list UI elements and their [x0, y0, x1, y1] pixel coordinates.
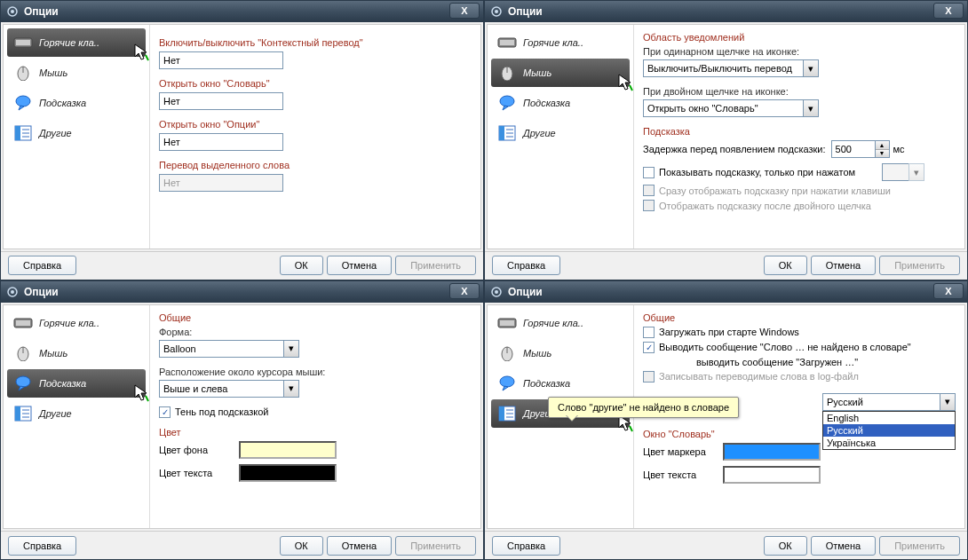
svg-point-1	[11, 10, 14, 13]
hotkey-toggle-input[interactable]	[159, 51, 283, 69]
help-button[interactable]: Справка	[492, 536, 560, 556]
lang-combo[interactable]: ▾ English Русский Українська	[822, 393, 956, 411]
svg-rect-15	[500, 40, 514, 45]
ok-button[interactable]: ОК	[280, 256, 323, 275]
apply-button[interactable]: Применить	[879, 536, 960, 556]
sidebar-item-hint[interactable]: Подсказка	[7, 89, 146, 117]
check-label: Отображать подсказку после двойного щелч…	[659, 201, 871, 211]
text-color-swatch[interactable]	[723, 466, 821, 484]
hotkey-options-input[interactable]	[159, 133, 283, 151]
sidebar-label: Подсказка	[523, 98, 570, 108]
sidebar-item-hint[interactable]: Подсказка	[491, 369, 630, 398]
sidebar-item-other[interactable]: Другие	[7, 399, 146, 428]
footer: Справка ОК Отмена Применить	[1, 251, 483, 280]
chevron-down-icon[interactable]: ▾	[283, 340, 299, 358]
sidebar-item-hotkeys[interactable]: Горячие кла..	[7, 28, 146, 57]
check-label: Тень под подсказкой	[175, 406, 268, 417]
titlebar[interactable]: Опции X	[485, 281, 967, 303]
position-combo[interactable]: ▾	[159, 380, 299, 398]
delay-input[interactable]	[831, 140, 876, 158]
sidebar-item-other[interactable]: Другие	[491, 119, 630, 147]
close-button[interactable]: X	[933, 283, 964, 299]
check-autostart[interactable]: Загружать при старте Windows	[643, 327, 799, 338]
close-icon: X	[945, 286, 951, 296]
ok-button[interactable]: ОК	[764, 256, 807, 275]
check-notfound[interactable]: ✓ Выводить сообщение "Слово … не найдено…	[643, 342, 911, 353]
spin-down-icon[interactable]: ▼	[876, 150, 889, 158]
close-button[interactable]: X	[449, 283, 480, 299]
text-color-swatch[interactable]	[239, 464, 337, 482]
chevron-down-icon[interactable]: ▾	[803, 59, 819, 77]
help-button[interactable]: Справка	[492, 256, 560, 275]
titlebar[interactable]: Опции X	[1, 1, 483, 22]
sidebar-item-mouse[interactable]: Мышь	[491, 339, 630, 367]
spin-up-icon[interactable]: ▲	[876, 141, 889, 150]
list-icon	[496, 405, 518, 422]
sidebar-item-mouse[interactable]: Мышь	[7, 59, 146, 87]
cancel-button[interactable]: Отмена	[327, 536, 392, 556]
footer: Справка ОК Отмена Применить	[485, 251, 967, 280]
checkbox-icon[interactable]	[643, 327, 655, 338]
ok-button[interactable]: ОК	[280, 536, 323, 556]
check-shadow[interactable]: ✓ Тень под подсказкой	[159, 406, 268, 418]
cancel-button[interactable]: Отмена	[327, 256, 392, 275]
close-button[interactable]: X	[933, 3, 964, 19]
chevron-down-icon[interactable]: ▾	[283, 380, 299, 398]
options-window-4: Опции X Горячие кла.. Мышь Подсказка Дру…	[484, 280, 968, 561]
svg-point-25	[11, 290, 14, 294]
sidebar-item-mouse[interactable]: Мышь	[7, 339, 146, 367]
keyboard-icon	[496, 314, 518, 332]
sidebar-item-other[interactable]: Другие	[7, 119, 146, 147]
sidebar-item-hint[interactable]: Подсказка	[7, 369, 146, 398]
check-loaded[interactable]: выводить сообщение "Загружен …"	[643, 357, 858, 367]
sidebar-label: Горячие кла..	[39, 37, 99, 48]
spin-buttons[interactable]: ▲▼	[876, 140, 890, 158]
dropdown-option[interactable]: Українська	[823, 437, 955, 449]
cancel-button[interactable]: Отмена	[811, 536, 876, 556]
dropdown-option[interactable]: Русский	[823, 424, 955, 437]
sidebar: Горячие кла.. Мышь Подсказка Другие	[4, 305, 150, 529]
single-click-combo[interactable]: ▾	[643, 59, 819, 77]
hotkey-dict-input[interactable]	[159, 92, 283, 110]
titlebar[interactable]: Опции X	[485, 1, 967, 22]
help-button[interactable]: Справка	[8, 256, 76, 275]
checkbox-icon[interactable]	[643, 167, 655, 178]
ok-button[interactable]: ОК	[764, 536, 807, 556]
sidebar-item-mouse[interactable]: Мышь	[491, 59, 630, 87]
gear-icon	[6, 5, 19, 18]
checkbox-icon[interactable]: ✓	[643, 342, 655, 353]
chevron-down-icon[interactable]: ▾	[940, 393, 956, 411]
sidebar-label: Горячие кла..	[523, 318, 583, 328]
double-click-combo[interactable]: ▾	[643, 99, 819, 117]
sidebar-item-hotkeys[interactable]: Горячие кла..	[7, 309, 146, 337]
check-label: Загружать при старте Windows	[659, 327, 799, 337]
apply-button[interactable]: Применить	[879, 256, 960, 275]
sidebar-item-hotkeys[interactable]: Горячие кла..	[491, 28, 630, 57]
combo-input[interactable]	[822, 393, 940, 411]
lang-dropdown[interactable]: English Русский Українська	[822, 411, 956, 450]
footer: Справка ОК Отмена Применить	[485, 531, 967, 559]
sidebar-item-hotkeys[interactable]: Горячие кла..	[491, 309, 630, 337]
check-show-on-press[interactable]: Показывать подсказку, только при нажатом…	[643, 163, 924, 181]
close-button[interactable]: X	[449, 3, 480, 19]
apply-button[interactable]: Применить	[395, 256, 476, 275]
section-header: Общие	[159, 312, 472, 323]
sidebar-item-hint[interactable]: Подсказка	[491, 89, 630, 117]
apply-button[interactable]: Применить	[395, 536, 476, 556]
dropdown-option[interactable]: English	[823, 412, 955, 424]
sidebar-label: Подсказка	[39, 378, 86, 389]
combo-input[interactable]	[643, 99, 803, 117]
bg-color-swatch[interactable]	[239, 441, 337, 459]
tooltip-balloon: Слово "другие" не найдено в словаре	[548, 397, 739, 418]
balloon-icon	[496, 375, 518, 392]
marker-color-swatch[interactable]	[723, 443, 821, 461]
checkbox-icon[interactable]: ✓	[159, 406, 171, 418]
form-combo[interactable]: ▾	[159, 340, 299, 358]
titlebar[interactable]: Опции X	[1, 281, 483, 303]
cancel-button[interactable]: Отмена	[811, 256, 876, 275]
chevron-down-icon[interactable]: ▾	[803, 99, 819, 117]
combo-input[interactable]	[159, 340, 283, 358]
help-button[interactable]: Справка	[8, 536, 76, 556]
combo-input[interactable]	[159, 380, 283, 398]
combo-input[interactable]	[643, 59, 803, 77]
